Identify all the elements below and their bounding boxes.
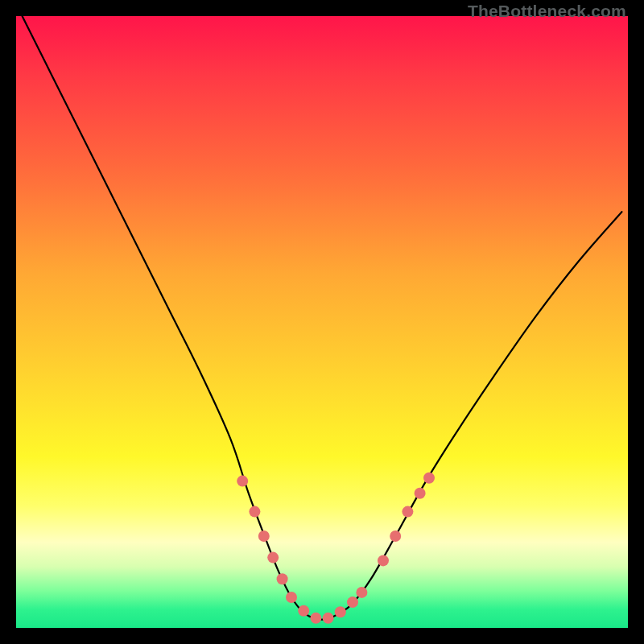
attribution-label: TheBottleneck.com — [468, 2, 626, 21]
curve-markers — [237, 473, 435, 624]
curve-marker — [298, 605, 309, 617]
curve-marker — [258, 530, 270, 542]
curve-marker — [310, 613, 321, 624]
chart-overlay — [16, 16, 628, 628]
curve-marker — [390, 530, 401, 542]
curve-marker — [277, 573, 288, 584]
chart-frame — [16, 16, 628, 628]
curve-marker — [402, 506, 413, 518]
curve-marker — [423, 473, 435, 484]
curve-marker — [286, 592, 297, 603]
curve-marker — [356, 587, 367, 598]
curve-marker — [378, 555, 389, 566]
curve-marker — [267, 552, 279, 564]
curve-marker — [335, 606, 346, 617]
curve-marker — [249, 506, 260, 518]
curve-marker — [323, 613, 334, 624]
curve-marker — [237, 476, 248, 487]
curve-marker — [347, 597, 358, 608]
curve-marker — [415, 488, 426, 499]
bottleneck-curve — [23, 16, 622, 620]
